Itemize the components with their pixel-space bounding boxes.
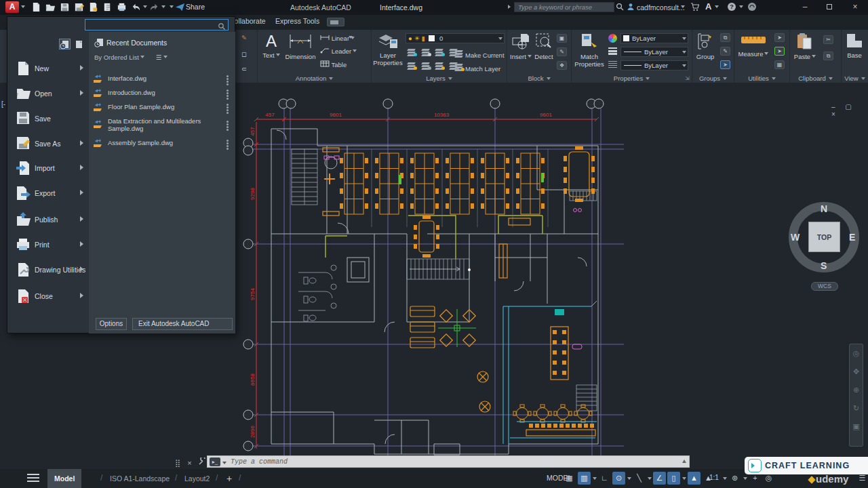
detect-button[interactable]: Detect (533, 33, 555, 60)
account-caret-icon[interactable] (681, 5, 685, 8)
command-line[interactable]: ▸_ Type a command (207, 455, 690, 468)
grid-display-icon[interactable]: ▦ (563, 472, 576, 485)
transfer-icon[interactable] (102, 2, 114, 12)
menu-item-new[interactable]: New (10, 57, 87, 80)
plot-icon[interactable] (88, 2, 100, 12)
linetype-icon[interactable] (608, 61, 617, 68)
menu-item-publish[interactable]: Publish (10, 208, 87, 231)
save-as-icon[interactable] (74, 2, 85, 12)
paste-button[interactable]: Paste (793, 33, 817, 60)
cmd-drag-handle[interactable]: ⣿ (175, 459, 181, 467)
object-color-select[interactable]: ByLayer (620, 33, 688, 43)
cmd-close-icon[interactable]: × (187, 459, 191, 467)
zoom-icon[interactable]: ⊕ (850, 381, 863, 399)
clipboard-panel-label[interactable]: Clipboard (790, 75, 841, 82)
tab-express-tools[interactable]: Express Tools (275, 17, 319, 25)
color-wheel-icon[interactable] (608, 34, 617, 43)
tab-layout2[interactable]: Layout2 (178, 469, 216, 488)
layer-select[interactable]: ● ☀ ▮ 0 (406, 33, 505, 43)
annotation-scale[interactable]: 1:1 (709, 474, 719, 481)
insert-button[interactable]: Insert (510, 33, 532, 60)
match-layer-button[interactable]: Match Layer (453, 62, 500, 73)
group-selection-icon[interactable]: ➤ (720, 60, 730, 69)
share-icon[interactable] (175, 2, 186, 12)
layer-tool-icon[interactable] (407, 61, 416, 69)
annotation-panel-label[interactable]: Annotation (258, 75, 371, 82)
gear-caret-icon[interactable] (743, 477, 747, 480)
polar-caret-icon[interactable] (627, 477, 631, 480)
layer-properties-button[interactable]: Layer Properties (373, 33, 403, 66)
select-objects-icon[interactable]: ➤ (774, 47, 785, 56)
recent-file[interactable]: Assembly Sample.dwg (93, 138, 231, 152)
viewport-controls[interactable]: [- (1, 100, 5, 108)
menu-item-print[interactable]: Print (10, 233, 87, 256)
recent-file[interactable]: Interface.dwg (93, 74, 231, 87)
polar-tracking-icon[interactable]: ⊙ (612, 472, 625, 485)
recent-file[interactable]: Floor Plan Sample.dwg (93, 102, 231, 116)
minimize-button[interactable]: – (795, 0, 815, 14)
ortho-mode-icon[interactable]: ∟ (598, 472, 611, 485)
menu-item-drawing-utilities[interactable]: Drawing Utilities (10, 258, 87, 281)
help-caret-icon[interactable] (739, 5, 743, 8)
keyword-search-input[interactable]: Type a keyword or phrase (514, 2, 614, 12)
viewcube-west[interactable]: W (791, 232, 800, 243)
layout-menu-icon[interactable] (27, 474, 39, 482)
share-button[interactable]: Share (186, 3, 205, 11)
pin-menu-icon[interactable] (226, 78, 229, 80)
redo-caret-icon[interactable] (161, 5, 165, 8)
isodraft-caret-icon[interactable] (648, 477, 652, 480)
open-documents-toggle[interactable] (73, 39, 85, 49)
copy-icon[interactable]: ⧉ (823, 52, 833, 60)
pin-menu-icon[interactable] (226, 106, 229, 108)
app-menu-button[interactable]: A (5, 1, 19, 13)
save-icon[interactable] (60, 2, 71, 12)
blocks-gallery-dropdown[interactable] (327, 18, 344, 26)
open-file-icon[interactable] (45, 2, 57, 12)
print-icon[interactable] (117, 2, 128, 12)
search-icon[interactable] (616, 3, 624, 12)
menu-item-open[interactable]: Open (10, 82, 87, 105)
layer-tool-icon[interactable] (421, 47, 431, 56)
clip-icon[interactable]: ⊂ (241, 65, 247, 73)
block-panel-label[interactable]: Block (507, 75, 571, 82)
snap-caret-icon[interactable] (593, 477, 597, 480)
utilities-panel-label[interactable]: Utilities (734, 75, 789, 82)
tab-iso-a1-landscape[interactable]: ISO A1-Landscape (103, 469, 176, 488)
lineweight-icon[interactable] (608, 47, 617, 55)
recent-file[interactable]: Introduction.dwg (93, 88, 231, 102)
menu-item-save[interactable]: Save (10, 107, 87, 130)
properties-expander-icon[interactable]: ⇲ (685, 75, 690, 81)
pan-icon[interactable]: ✥ (850, 363, 863, 381)
quick-select-icon[interactable]: ➤ (774, 33, 785, 42)
app-menu-caret-icon[interactable] (21, 5, 25, 8)
navigation-bar[interactable]: ◎ ✥ ⊕ ↻ ▣ (849, 344, 863, 447)
groups-panel-label[interactable]: Groups (692, 75, 734, 82)
annotation-visibility-icon[interactable]: ▲ (688, 472, 701, 485)
autodesk-caret-icon[interactable] (715, 5, 719, 8)
cmd-customize-icon[interactable] (198, 459, 206, 467)
pin-menu-icon[interactable] (226, 123, 229, 125)
close-button[interactable]: × (845, 0, 865, 14)
cut-icon[interactable]: ✂ (823, 35, 833, 44)
viewcube-east[interactable]: E (849, 232, 855, 243)
undo-caret-icon[interactable] (143, 5, 147, 8)
qat-customize-icon[interactable] (170, 5, 174, 8)
text-button[interactable]: A Text (260, 33, 282, 59)
menu-search-input[interactable] (85, 19, 229, 30)
restore-button[interactable] (819, 0, 840, 14)
nav-wheel-icon[interactable]: ◎ (850, 344, 863, 363)
wcs-menu[interactable]: WCS (811, 282, 838, 291)
base-button[interactable]: Base (843, 33, 866, 59)
pin-menu-icon[interactable] (226, 92, 229, 94)
dimension-button[interactable]: Dimension (285, 33, 316, 60)
block-edit-icon[interactable]: ▣ (557, 34, 567, 43)
recent-file[interactable]: Data Extraction and Multileaders Sample.… (93, 117, 231, 137)
redo-icon[interactable] (149, 2, 161, 12)
new-file-icon[interactable] (31, 2, 43, 12)
search-expand-icon[interactable] (508, 5, 511, 9)
ungroup-icon[interactable]: ⧉ (720, 33, 730, 42)
scale-caret-icon[interactable] (723, 477, 727, 480)
viewcube-south[interactable]: S (821, 260, 827, 271)
tab-model[interactable]: Model (47, 469, 81, 488)
account-name[interactable]: cadfmconsult... (637, 3, 685, 12)
